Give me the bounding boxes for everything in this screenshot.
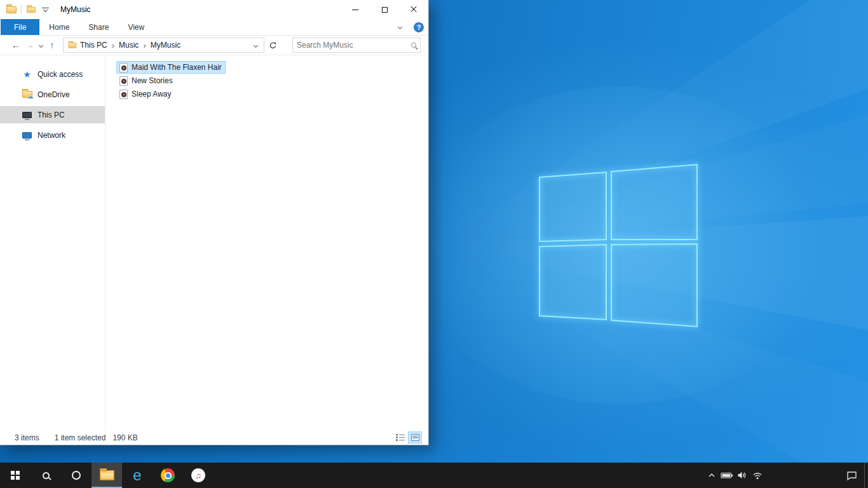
- chevron-down-icon: [39, 43, 43, 47]
- selection-status: 1 item selected: [55, 433, 106, 442]
- file-explorer-window: MyMusic File Home Share View ? ← → ↑: [0, 0, 429, 445]
- tab-home[interactable]: Home: [39, 19, 79, 35]
- taskbar-search-button[interactable]: [31, 463, 61, 488]
- tray-empty-area: [765, 463, 839, 488]
- minimize-icon: [352, 10, 358, 10]
- windows-logo: [539, 165, 697, 327]
- taskbar-chrome-button[interactable]: [153, 463, 183, 488]
- recent-locations-button[interactable]: [37, 44, 45, 47]
- music-file-icon: [119, 90, 128, 99]
- chevron-down-icon: [397, 25, 402, 29]
- windows-start-icon: [11, 471, 20, 480]
- network-icon: [22, 130, 32, 140]
- status-bar: 3 items 1 item selected 190 KB: [0, 430, 428, 445]
- file-name: Sleep Away: [132, 90, 172, 98]
- desktop: MyMusic File Home Share View ? ← → ↑: [0, 0, 868, 488]
- up-button[interactable]: ↑: [45, 37, 59, 53]
- navigation-pane: Quick access OneDrive This PC Network: [0, 55, 105, 430]
- refresh-button[interactable]: [264, 37, 281, 53]
- volume-tray-button[interactable]: [735, 463, 750, 488]
- customize-quick-access-toolbar-button[interactable]: [42, 8, 49, 11]
- music-file-icon: [119, 63, 128, 72]
- action-center-icon: [846, 471, 857, 480]
- computer-icon: [22, 109, 32, 120]
- sidebar-item-label: Network: [37, 131, 65, 140]
- explorer-body: Quick access OneDrive This PC Network: [0, 55, 428, 430]
- file-list[interactable]: Maid With The Flaxen Hair New Stories Sl…: [105, 55, 428, 430]
- items-count: 3 items: [15, 433, 39, 442]
- expand-ribbon-button[interactable]: [390, 19, 409, 35]
- battery-icon: [721, 471, 733, 480]
- maximize-button[interactable]: [370, 0, 399, 19]
- large-icons-view-icon: [411, 434, 419, 441]
- address-box[interactable]: This PC › Music › MyMusic: [63, 37, 264, 53]
- back-button[interactable]: ←: [9, 37, 23, 53]
- chrome-icon: [161, 468, 175, 482]
- quick-access-toolbar-icon[interactable]: [27, 6, 36, 12]
- close-icon: [410, 6, 417, 13]
- search-box[interactable]: [292, 37, 421, 53]
- ribbon-tabs: File Home Share View ?: [0, 19, 428, 36]
- details-view-icon: [396, 434, 405, 441]
- cortana-icon: [72, 471, 81, 480]
- address-dropdown-button[interactable]: [250, 38, 261, 52]
- music-file-icon: [119, 76, 128, 86]
- battery-tray-button[interactable]: [719, 463, 735, 488]
- sidebar-item-quick-access[interactable]: Quick access: [0, 65, 105, 83]
- sidebar-item-label: Quick access: [37, 70, 83, 79]
- qat-divider: [21, 5, 22, 14]
- show-hidden-icons-button[interactable]: [704, 463, 719, 488]
- tab-view[interactable]: View: [118, 19, 154, 35]
- file-item-maid-with-the-flaxen-hair[interactable]: Maid With The Flaxen Hair: [116, 61, 226, 74]
- onedrive-icon: [22, 89, 32, 100]
- network-tray-button[interactable]: [750, 463, 765, 488]
- refresh-icon: [269, 41, 277, 50]
- minimize-button[interactable]: [341, 0, 370, 19]
- tab-share[interactable]: Share: [79, 19, 118, 35]
- search-input[interactable]: [297, 41, 411, 50]
- large-icons-view-button[interactable]: [408, 431, 422, 444]
- breadcrumb: This PC › Music › MyMusic: [78, 41, 250, 50]
- forward-button[interactable]: →: [23, 37, 37, 53]
- sidebar-item-label: OneDrive: [37, 90, 70, 99]
- file-name: Maid With The Flaxen Hair: [132, 63, 222, 72]
- help-icon: ?: [414, 22, 424, 32]
- breadcrumb-mymusic[interactable]: MyMusic: [148, 41, 183, 50]
- file-explorer-icon: [100, 470, 114, 480]
- address-bar: ← → ↑ This PC › Music › MyMusic: [0, 36, 428, 55]
- help-button[interactable]: ?: [409, 19, 428, 35]
- quick-access-star-icon: [22, 69, 32, 79]
- close-button[interactable]: [399, 0, 428, 19]
- search-icon: [43, 472, 50, 479]
- breadcrumb-separator: ›: [141, 41, 147, 50]
- sidebar-item-network[interactable]: Network: [0, 126, 105, 144]
- breadcrumb-this-pc[interactable]: This PC: [78, 41, 110, 50]
- window-title: MyMusic: [60, 5, 90, 14]
- breadcrumb-music[interactable]: Music: [116, 41, 141, 50]
- taskbar-internet-explorer-button[interactable]: e: [122, 463, 153, 488]
- window-folder-icon: [6, 6, 17, 13]
- file-name: New Stories: [132, 76, 173, 85]
- selection-size: 190 KB: [112, 433, 137, 442]
- maximize-icon: [382, 7, 388, 13]
- file-item-sleep-away[interactable]: Sleep Away: [116, 88, 175, 100]
- titlebar[interactable]: MyMusic: [0, 0, 428, 19]
- action-center-button[interactable]: [839, 463, 864, 488]
- chevron-up-icon: [707, 471, 716, 479]
- taskbar-file-explorer-button[interactable]: [92, 463, 122, 488]
- breadcrumb-separator: ›: [110, 41, 116, 50]
- start-button[interactable]: [0, 463, 31, 488]
- cortana-button[interactable]: [61, 463, 92, 488]
- sidebar-item-label: This PC: [37, 111, 65, 119]
- wifi-icon: [752, 471, 763, 480]
- taskbar: e ♫: [0, 463, 868, 488]
- search-icon: [411, 43, 416, 48]
- itunes-icon: ♫: [191, 468, 205, 482]
- sidebar-item-this-pc[interactable]: This PC: [0, 106, 105, 123]
- taskbar-itunes-button[interactable]: ♫: [183, 463, 214, 488]
- tab-file[interactable]: File: [1, 19, 39, 35]
- show-desktop-button[interactable]: [864, 463, 868, 488]
- details-view-button[interactable]: [393, 431, 407, 444]
- file-item-new-stories[interactable]: New Stories: [116, 74, 177, 87]
- sidebar-item-onedrive[interactable]: OneDrive: [0, 86, 105, 103]
